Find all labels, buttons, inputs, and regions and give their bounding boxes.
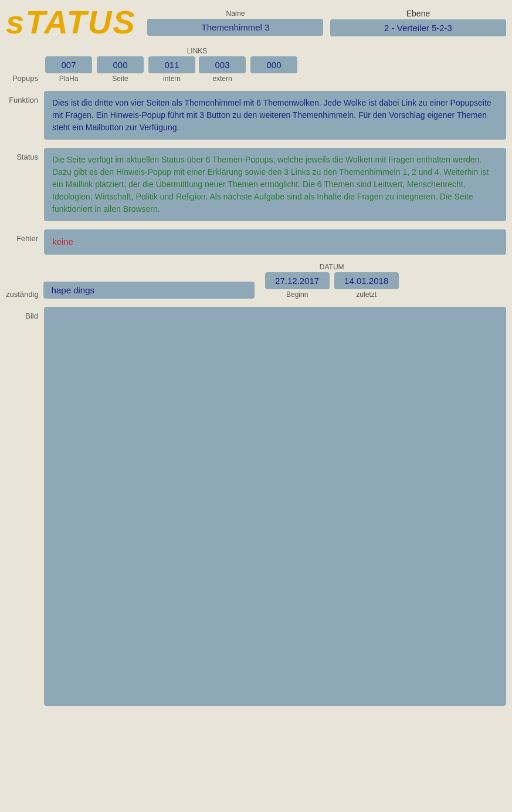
popup-item-extra: 000: [250, 56, 297, 83]
popup-value-011[interactable]: 011: [148, 56, 195, 73]
bild-box: [44, 307, 506, 706]
ebene-group: Ebene 2 - Verteiler 5-2-3: [330, 9, 506, 36]
popup-value-007[interactable]: 007: [45, 56, 92, 73]
app-title: sTATUS: [6, 6, 135, 39]
fehler-text: keine: [52, 235, 498, 249]
fehler-label: Fehler: [6, 229, 38, 243]
popup-item-intern: 011 intern: [148, 56, 195, 83]
popup-item-plaha: 007 PlaHa: [45, 56, 92, 83]
zuletzt-group: 14.01.2018 zuletzt: [334, 272, 399, 299]
status-label: Status: [6, 148, 38, 161]
popups-label: Popups: [6, 74, 38, 83]
popup-sublabel-seite: Seite: [112, 75, 128, 83]
status-text: Die Seite verfügt im aktuellen Status üb…: [44, 148, 506, 221]
popup-item-seite: 000 Seite: [97, 56, 144, 83]
datum-inner: 27.12.2017 Beginn 14.01.2018 zuletzt: [265, 272, 399, 299]
funktion-label: Funktion: [6, 91, 38, 104]
ebene-value[interactable]: 2 - Verteiler 5-2-3: [330, 19, 506, 36]
beginn-label: Beginn: [286, 290, 308, 299]
links-block: LINKS 011 intern 003 extern: [148, 47, 246, 83]
status-row: Status Die Seite verfügt im aktuellen St…: [6, 148, 506, 221]
beginn-group: 27.12.2017 Beginn: [265, 272, 330, 299]
popup-value-extra[interactable]: 000: [250, 56, 297, 73]
funktion-text: Dies ist die dritte von vier Seiten als …: [44, 91, 506, 140]
popup-value-000[interactable]: 000: [97, 56, 144, 73]
name-group: Name Themenhimmel 3: [147, 9, 323, 36]
zustaendig-label: zuständig: [6, 290, 39, 299]
links-inner: 011 intern 003 extern: [148, 56, 246, 83]
fehler-row: Fehler keine: [6, 229, 506, 255]
popup-sublabel-extern: extern: [212, 75, 232, 83]
popup-item-extern: 003 extern: [199, 56, 246, 83]
popups-row: Popups 007 PlaHa 000 Seite LINKS 011 int…: [6, 47, 506, 83]
header-row: sTATUS Name Themenhimmel 3 Ebene 2 - Ver…: [6, 6, 506, 39]
name-value[interactable]: Themenhimmel 3: [147, 19, 323, 36]
popup-sublabel-plaha: PlaHa: [59, 75, 79, 83]
ebene-label: Ebene: [406, 9, 430, 18]
popup-value-003[interactable]: 003: [199, 56, 246, 73]
zuletzt-value[interactable]: 14.01.2018: [334, 272, 399, 289]
zustaendig-name[interactable]: hape dings: [43, 282, 255, 299]
popup-sublabel-extra: [273, 75, 274, 83]
bild-row: Bild: [6, 307, 506, 706]
datum-title: DATUM: [320, 263, 344, 271]
fehler-box: keine: [44, 229, 506, 255]
zustaendig-row: zuständig hape dings DATUM 27.12.2017 Be…: [6, 263, 506, 299]
links-title: LINKS: [187, 47, 208, 55]
bild-label: Bild: [6, 307, 38, 320]
name-label: Name: [226, 9, 245, 18]
zuletzt-label: zuletzt: [356, 290, 377, 299]
popup-sublabel-intern: intern: [163, 75, 181, 83]
datum-block: DATUM 27.12.2017 Beginn 14.01.2018 zulet…: [265, 263, 399, 299]
funktion-row: Funktion Dies ist die dritte von vier Se…: [6, 91, 506, 140]
beginn-value[interactable]: 27.12.2017: [265, 272, 330, 289]
